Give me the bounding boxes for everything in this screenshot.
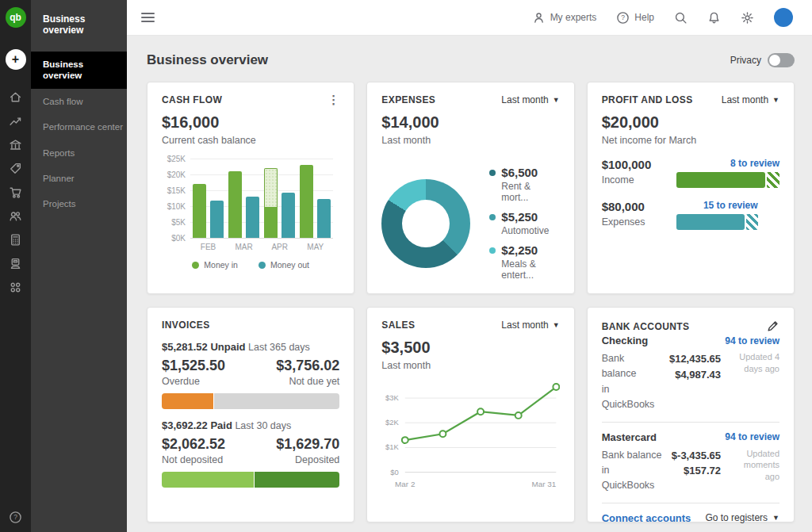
y-axis-tick: $15K: [167, 186, 186, 195]
icon-rail: qb + ?: [0, 0, 31, 532]
account-details: Bank balancein QuickBooks$-3,435.65$157.…: [602, 448, 779, 494]
sidebar-item-planner[interactable]: Planner: [31, 166, 127, 191]
bar-money-out-apr[interactable]: [282, 193, 295, 238]
invoices-progress-bar[interactable]: [162, 393, 339, 409]
invoices-sections: $5,281.52 Unpaid Last 365 days$1,525.50$…: [162, 341, 339, 488]
review-link[interactable]: 94 to review: [725, 335, 779, 346]
svg-text:?: ?: [621, 13, 625, 21]
bank-accounts-list: Checking94 to reviewBank balancein Quick…: [602, 333, 779, 512]
new-button[interactable]: +: [6, 49, 26, 70]
chevron-down-icon: ▼: [553, 321, 560, 329]
expense-label: Rent & mort...: [501, 181, 559, 203]
account-amounts: $-3,435.65$157.72: [672, 448, 721, 494]
legend-dot: [489, 214, 496, 220]
bar-segment: [255, 472, 339, 488]
sales-line-chart[interactable]: $3K$2K$1K$0Mar 2Mar 31: [381, 376, 559, 499]
tag-icon[interactable]: [9, 161, 23, 175]
review-link[interactable]: 15 to review: [676, 200, 758, 211]
my-experts-button[interactable]: My experts: [532, 11, 597, 25]
main-area: My experts ? Help Business overview Priv…: [127, 0, 812, 532]
review-link[interactable]: 8 to review: [676, 158, 779, 169]
expenses-donut-chart[interactable]: [381, 179, 470, 268]
home-icon[interactable]: [9, 90, 23, 104]
apps-icon[interactable]: [9, 280, 23, 294]
sidebar-item-performance-center[interactable]: Performance center: [31, 114, 127, 140]
profit-loss-title: PROFIT AND LOSS: [602, 94, 693, 105]
left-label: Not deposited: [162, 454, 223, 465]
bank-icon[interactable]: [9, 137, 23, 151]
pnl-bar[interactable]: [676, 214, 758, 230]
expenses-amount: $14,000: [381, 113, 559, 132]
sidebar-item-business-overview[interactable]: Business overview: [31, 52, 127, 89]
bar-money-out-mar[interactable]: [246, 197, 259, 238]
trends-icon[interactable]: [9, 113, 23, 128]
pnl-right: 8 to review: [676, 158, 779, 188]
pnl-left: $100,000Income: [602, 158, 670, 188]
bank-accounts-card: BANK ACCOUNTS Checking94 to reviewBank b…: [587, 307, 795, 522]
pnl-bar[interactable]: [676, 172, 779, 188]
invoices-amounts: $2,062.52$1,629.70: [162, 436, 339, 453]
sidebar-item-cash-flow[interactable]: Cash flow: [31, 89, 127, 114]
sidebar-item-projects[interactable]: Projects: [31, 191, 127, 216]
profit-loss-card: PROFIT AND LOSS Last month▼ $20,000 Net …: [587, 82, 795, 294]
calculator-icon[interactable]: [9, 232, 23, 247]
bar-group-feb: [193, 159, 224, 238]
bar-money-out-may[interactable]: [317, 199, 331, 238]
bell-icon[interactable]: [707, 11, 721, 25]
profit-loss-period-dropdown[interactable]: Last month▼: [722, 94, 779, 105]
bar-money-out-feb[interactable]: [210, 201, 224, 238]
expense-label: Meals & entert...: [501, 258, 559, 281]
updated-text: Updated moments ago: [730, 448, 779, 494]
svg-text:?: ?: [13, 513, 17, 521]
invoices-title: INVOICES: [162, 320, 210, 331]
customers-icon[interactable]: [9, 209, 23, 223]
bar-group-apr: [264, 159, 295, 238]
cash-flow-bar-chart[interactable]: $25K$20K$15K$10K$5K$0K: [190, 159, 333, 238]
account-amounts: $12,435.65$4,987.43: [669, 351, 721, 413]
left-amount: $2,062.52: [162, 436, 225, 453]
bank-account-mastercard: Mastercard94 to reviewBank balancein Qui…: [602, 431, 779, 494]
expense-amount: $2,250: [501, 243, 559, 257]
expenses-card: EXPENSES Last month▼ $14,000 Last month …: [366, 82, 574, 294]
pencil-icon[interactable]: [766, 320, 779, 333]
bar-group-mar: [228, 159, 259, 238]
review-link[interactable]: 94 to review: [725, 431, 779, 442]
svg-text:$3K: $3K: [385, 393, 399, 402]
bar-money-in-feb[interactable]: [193, 184, 206, 238]
pnl-row-income: $100,000Income8 to review: [602, 158, 779, 188]
expenses-caption: Last month: [381, 135, 559, 146]
help-icon[interactable]: ?: [9, 510, 23, 524]
invoices-progress-bar[interactable]: [162, 472, 339, 488]
balance-value: $157.72: [672, 463, 721, 479]
bar-money-in-may[interactable]: [300, 165, 313, 238]
divider: [602, 422, 779, 423]
terminal-icon[interactable]: [9, 256, 23, 270]
pnl-label: Expenses: [602, 216, 670, 228]
search-icon[interactable]: [674, 11, 688, 25]
header-amount: $3,692.22 Paid: [162, 419, 232, 431]
go-to-registers-dropdown[interactable]: Go to registers▼: [705, 512, 779, 523]
balance-value: $4,987.43: [669, 367, 721, 383]
kebab-menu-icon[interactable]: ⋮: [327, 96, 339, 104]
invoices-card: INVOICES $5,281.52 Unpaid Last 365 days$…: [147, 307, 354, 522]
help-button[interactable]: ? Help: [616, 11, 654, 25]
quickbooks-logo[interactable]: qb: [6, 7, 26, 28]
balance-value: $12,435.65: [669, 351, 721, 367]
account-header: Checking94 to review: [602, 335, 779, 346]
privacy-toggle[interactable]: [768, 53, 795, 67]
legend-label: Money in: [204, 260, 238, 270]
invoices-section-header: $5,281.52 Unpaid Last 365 days: [162, 341, 339, 353]
hamburger-menu-icon[interactable]: [141, 10, 155, 25]
bar-money-in-mar[interactable]: [228, 171, 242, 238]
sidebar-item-reports[interactable]: Reports: [31, 140, 127, 166]
my-experts-label: My experts: [550, 12, 597, 23]
connect-accounts-link[interactable]: Connect accounts: [602, 512, 691, 524]
sales-period-dropdown[interactable]: Last month▼: [501, 320, 559, 331]
gear-icon[interactable]: [741, 11, 754, 25]
invoices-section-paid: $3,692.22 Paid Last 30 days$2,062.52$1,6…: [162, 419, 339, 488]
bar-money-in-apr[interactable]: [264, 159, 278, 238]
bar-groups: [190, 159, 333, 238]
expenses-period-dropdown[interactable]: Last month▼: [501, 94, 559, 105]
avatar[interactable]: [774, 8, 793, 27]
cart-icon[interactable]: [9, 185, 23, 199]
